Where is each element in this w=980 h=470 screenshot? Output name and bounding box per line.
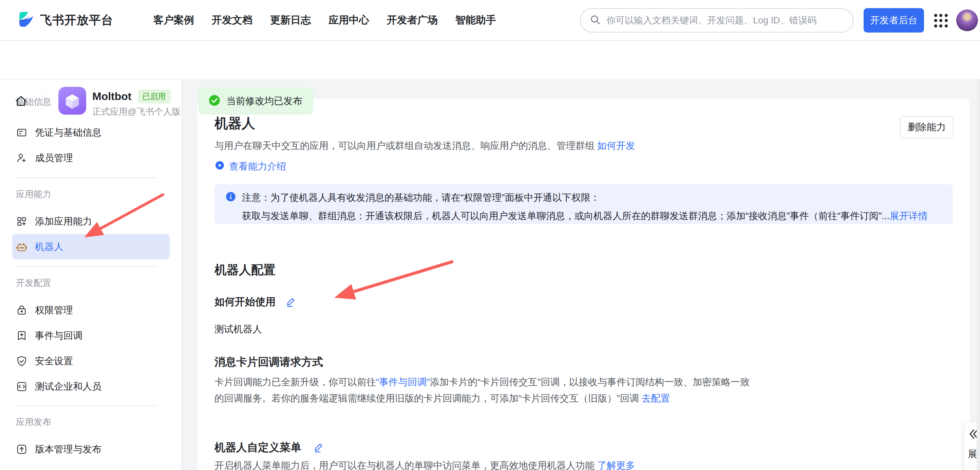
sidebar: 基础信息 凭证与基础信息 成员管理 应用能力: [0, 80, 182, 470]
sidebar-divider: [16, 177, 157, 178]
feishu-open-platform-page: 飞书开放平台 客户案例 开发文档 更新日志 应用中心 开发者广场 智能助手 开发…: [0, 0, 980, 470]
nav-dev-docs[interactable]: 开发文档: [212, 13, 253, 27]
card-callback-heading: 消息卡片回调请求方式: [215, 355, 323, 370]
bot-config-heading: 机器人配置: [215, 262, 275, 278]
how-to-start-label: 如何开始使用: [215, 295, 275, 309]
check-circle-icon: [208, 94, 221, 108]
play-circle-icon[interactable]: [215, 161, 224, 172]
edit-pencil-icon[interactable]: [313, 442, 325, 453]
notice-line2: 获取与发送单聊、群组消息：开通该权限后，机器人可以向用户发送单聊消息，或向机器人…: [242, 210, 890, 222]
grid-plus-icon: [16, 216, 27, 227]
search-input[interactable]: [606, 15, 844, 26]
bot-capability-card: 机器人 删除能力 与用户在聊天中交互的应用，可以向用户或群组自动发送消息、响应用…: [197, 99, 970, 470]
sidebar-item-label: 安全设置: [35, 355, 73, 368]
sidebar-item-label: 凭证与基础信息: [35, 126, 102, 139]
expand-label: 展: [968, 448, 977, 460]
lock-icon: [16, 305, 27, 316]
publish-status-pill: 当前修改均已发布: [199, 87, 313, 114]
sidebar-item-label: 成员管理: [35, 152, 73, 165]
page-title: 机器人: [215, 114, 255, 133]
edit-pencil-icon[interactable]: [285, 296, 297, 308]
feishu-logo-icon: [18, 11, 35, 29]
sidebar-section-app-capability: 应用能力: [16, 189, 181, 199]
view-capability-intro-link[interactable]: 查看能力介绍: [229, 160, 286, 173]
sidebar-item-bot[interactable]: 机器人: [12, 234, 170, 259]
developer-console-button[interactable]: 开发者后台: [864, 8, 924, 33]
sidebar-item-security[interactable]: 安全设置: [12, 348, 170, 374]
sidebar-item-test-org[interactable]: 测试企业和人员: [12, 374, 170, 399]
app-icon: [58, 87, 86, 114]
sidebar-divider: [16, 266, 157, 267]
nav-app-center[interactable]: 应用中心: [328, 13, 369, 27]
site-title: 飞书开放平台: [40, 12, 113, 28]
content-area: 机器人 删除能力 与用户在聊天中交互的应用，可以向用户或群组自动发送消息、响应用…: [182, 80, 980, 470]
nav-changelog[interactable]: 更新日志: [270, 13, 311, 27]
status-badge: 已启用: [138, 89, 171, 103]
sidebar-section-dev-config: 开发配置: [16, 278, 181, 288]
top-header: 飞书开放平台 客户案例 开发文档 更新日志 应用中心 开发者广场 智能助手 开发…: [0, 0, 980, 41]
publish-status-text: 当前修改均已发布: [226, 95, 302, 108]
app-name: Moltbot: [92, 90, 132, 103]
sidebar-item-label: 事件与回调: [35, 329, 83, 342]
sidebar-item-version-release[interactable]: 版本管理与发布: [12, 437, 170, 462]
sidebar-item-members[interactable]: 成员管理: [12, 145, 170, 171]
scrollbar-track[interactable]: [977, 80, 980, 470]
info-circle-icon: [226, 192, 236, 204]
sidebar-item-credentials[interactable]: 凭证与基础信息: [12, 120, 170, 145]
bot-menu-description: 开启机器人菜单能力后，用户可以在与机器人的单聊中访问菜单，更高效地使用机器人功能…: [215, 459, 635, 470]
events-callback-link[interactable]: “事件与回调”: [376, 377, 430, 387]
logo[interactable]: 飞书开放平台: [18, 11, 113, 29]
app-type-label: 正式应用@飞书个人版: [92, 106, 181, 118]
sidebar-item-events[interactable]: 事件与回调: [12, 323, 170, 348]
notice-line1: 注意：为了使机器人具有收发消息的基础功能，请在“权限管理”面板中开通以下权限：: [242, 191, 600, 204]
how-to-start-row: 如何开始使用: [215, 295, 297, 309]
publish-icon: [16, 443, 27, 455]
shield-check-icon: [16, 356, 27, 367]
expand-details-link[interactable]: 展开详情: [890, 210, 928, 222]
sidebar-item-label: 权限管理: [35, 304, 73, 317]
capability-description: 与用户在聊天中交互的应用，可以向用户或群组自动发送消息、响应用户的消息、管理群组…: [215, 140, 635, 152]
top-nav: 客户案例 开发文档 更新日志 应用中心 开发者广场 智能助手: [153, 13, 496, 27]
search-icon: [589, 14, 601, 27]
capability-intro-row: 查看能力介绍: [215, 160, 286, 173]
code-icon: [16, 381, 27, 392]
sidebar-item-label: 测试企业和人员: [35, 380, 102, 393]
id-card-icon: [16, 127, 27, 138]
learn-more-link[interactable]: 了解更多: [597, 460, 635, 470]
nav-customer-cases[interactable]: 客户案例: [153, 13, 194, 27]
bot-menu-heading-row: 机器人自定义菜单: [215, 440, 325, 455]
sidebar-item-add-capability[interactable]: 添加应用能力: [12, 208, 170, 234]
robot-icon: [16, 241, 27, 252]
sidebar-item-permissions[interactable]: 权限管理: [12, 297, 170, 323]
bot-menu-heading: 机器人自定义菜单: [215, 440, 301, 455]
sidebar-item-label: 机器人: [35, 240, 64, 253]
sidebar-section-app-release: 应用发布: [16, 417, 181, 427]
sidebar-item-label: 添加应用能力: [35, 215, 92, 228]
global-search[interactable]: [580, 8, 853, 33]
nav-developer-plaza[interactable]: 开发者广场: [387, 13, 438, 27]
card-callback-description: 卡片回调能力已全新升级，你可以前往“事件与回调”添加卡片的“卡片回传交互”回调，…: [215, 374, 749, 406]
test-bot-value: 测试机器人: [215, 323, 262, 336]
delete-capability-button[interactable]: 删除能力: [900, 116, 953, 138]
home-icon[interactable]: [14, 94, 28, 108]
sidebar-divider: [16, 405, 157, 406]
nav-ai-assistant[interactable]: 智能助手: [455, 13, 496, 27]
member-add-icon: [16, 152, 27, 164]
app-info-bar: Moltbot 已启用 正式应用@飞书个人版 当前修改均已发布: [0, 41, 980, 80]
event-callback-icon: [16, 330, 27, 341]
appbar-divider: [42, 94, 43, 108]
go-configure-link[interactable]: 去配置: [641, 393, 670, 403]
sidebar-item-label: 版本管理与发布: [35, 443, 102, 456]
permission-notice: 注意：为了使机器人具有收发消息的基础功能，请在“权限管理”面板中开通以下权限： …: [215, 184, 953, 224]
apps-grid-icon[interactable]: [933, 13, 949, 29]
user-avatar[interactable]: [956, 10, 978, 31]
how-to-develop-link[interactable]: 如何开发: [597, 140, 635, 151]
